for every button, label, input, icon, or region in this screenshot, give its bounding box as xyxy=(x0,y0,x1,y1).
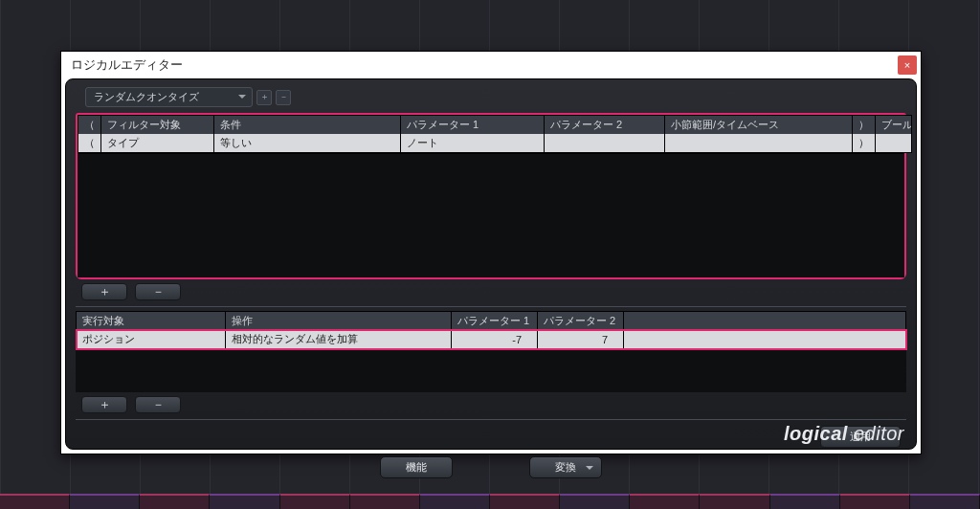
col-bar-range[interactable]: 小節範囲/タイムベース xyxy=(665,116,853,135)
filter-header-row: （ フィルター対象 条件 パラメーター 1 パラメーター 2 小節範囲/タイムベ… xyxy=(78,116,912,135)
col-action-p2[interactable]: パラメーター 2 xyxy=(538,312,624,331)
action-header-row: 実行対象 操作 パラメーター 1 パラメーター 2 xyxy=(77,312,906,331)
filter-row[interactable]: （ タイプ 等しい ノート ） xyxy=(78,134,912,153)
cell-cond[interactable]: 等しい xyxy=(214,134,401,153)
cell-action-target[interactable]: ポジション xyxy=(77,330,226,349)
col-param1[interactable]: パラメーター 1 xyxy=(401,116,545,135)
cell-p2[interactable] xyxy=(545,134,665,153)
transform-dropdown[interactable]: 変換 xyxy=(529,456,602,478)
brand-label: logical editor xyxy=(784,423,904,445)
col-close-bracket[interactable]: ） xyxy=(853,116,876,135)
window-titlebar[interactable]: ロジカルエディター × xyxy=(61,52,921,78)
col-bool[interactable]: ブール xyxy=(876,116,912,135)
cell-action-spacer xyxy=(624,330,906,349)
cell-bool[interactable] xyxy=(876,134,912,153)
preset-dropdown[interactable]: ランダムクオンタイズ xyxy=(85,87,253,107)
action-add-button[interactable]: ＋ xyxy=(81,396,127,413)
close-icon: × xyxy=(904,59,910,71)
action-row[interactable]: ポジション 相対的なランダム値を加算 -7 7 xyxy=(77,330,906,349)
cell-range[interactable] xyxy=(665,134,853,153)
col-action-p1[interactable]: パラメーター 1 xyxy=(452,312,538,331)
footer: 機能 変換 xyxy=(76,454,906,480)
section-divider xyxy=(76,306,906,307)
apply-row: 適用 xyxy=(76,422,906,452)
preset-name: ランダムクオンタイズ xyxy=(94,91,199,102)
cell-action-p1[interactable]: -7 xyxy=(452,330,538,349)
filter-add-button[interactable]: ＋ xyxy=(81,283,127,300)
preset-delete-button[interactable]: － xyxy=(276,90,291,105)
filter-remove-button[interactable]: － xyxy=(135,283,181,300)
cell-action-op[interactable]: 相対的なランダム値を加算 xyxy=(226,330,452,349)
filter-table: （ フィルター対象 条件 パラメーター 1 パラメーター 2 小節範囲/タイムベ… xyxy=(78,115,912,153)
midi-note-strip xyxy=(0,494,980,509)
cell-p1[interactable]: ノート xyxy=(401,134,545,153)
brand-light: editor xyxy=(854,423,904,444)
close-button[interactable]: × xyxy=(898,55,917,75)
window-title: ロジカルエディター xyxy=(71,56,183,74)
preset-save-button[interactable]: ＋ xyxy=(256,90,272,105)
action-remove-button[interactable]: － xyxy=(135,396,181,413)
editor-panel: ランダムクオンタイズ ＋ － （ フィルター対象 条件 パラメーター 1 パラメ… xyxy=(65,78,917,450)
preset-row: ランダムクオンタイズ ＋ － xyxy=(85,87,906,107)
col-param2[interactable]: パラメーター 2 xyxy=(545,116,665,135)
col-action-op[interactable]: 操作 xyxy=(226,312,452,331)
cell-open[interactable]: （ xyxy=(78,134,101,153)
cell-close[interactable]: ） xyxy=(853,134,876,153)
logical-editor-window: ロジカルエディター × ランダムクオンタイズ ＋ － （ フィルター対象 xyxy=(60,51,922,454)
action-table: 実行対象 操作 パラメーター 1 パラメーター 2 ポジション 相対的なランダム… xyxy=(76,311,906,349)
col-action-spacer xyxy=(624,312,906,331)
action-empty-area[interactable] xyxy=(76,349,906,392)
action-button-bar: ＋ － xyxy=(76,392,906,417)
filter-empty-area[interactable] xyxy=(78,153,904,277)
brand-bold: logical xyxy=(784,423,848,444)
col-open-bracket[interactable]: （ xyxy=(78,116,101,135)
function-button[interactable]: 機能 xyxy=(380,456,453,478)
col-filter-target[interactable]: フィルター対象 xyxy=(101,116,214,135)
filter-section: （ フィルター対象 条件 パラメーター 1 パラメーター 2 小節範囲/タイムベ… xyxy=(76,113,906,279)
col-condition[interactable]: 条件 xyxy=(214,116,401,135)
cell-action-p2[interactable]: 7 xyxy=(538,330,624,349)
col-action-target[interactable]: 実行対象 xyxy=(77,312,226,331)
section-divider-2 xyxy=(76,419,906,420)
cell-target[interactable]: タイプ xyxy=(101,134,214,153)
filter-button-bar: ＋ － xyxy=(76,279,906,304)
